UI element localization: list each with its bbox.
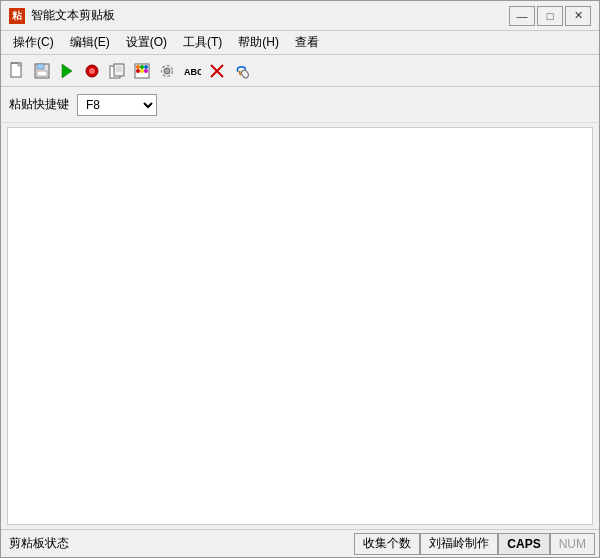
menu-bar: 操作(C) 编辑(E) 设置(O) 工具(T) 帮助(H) 查看 bbox=[1, 31, 599, 55]
author-badge: 刘福岭制作 bbox=[420, 533, 498, 555]
hotkey-label: 粘贴快捷键 bbox=[9, 96, 69, 113]
svg-rect-6 bbox=[37, 71, 47, 76]
svg-text:ABC: ABC bbox=[184, 67, 201, 77]
num-badge: NUM bbox=[550, 533, 595, 555]
toolbar-image-button[interactable] bbox=[130, 59, 154, 83]
toolbar-copy-button[interactable] bbox=[105, 59, 129, 83]
svg-point-16 bbox=[136, 65, 140, 69]
svg-point-18 bbox=[144, 65, 148, 69]
toolbar-close-button[interactable] bbox=[205, 59, 229, 83]
toolbar-link-button[interactable] bbox=[230, 59, 254, 83]
close-button[interactable]: ✕ bbox=[565, 6, 591, 26]
hotkey-select[interactable]: F8 F5 F6 F7 F9 F10 bbox=[77, 94, 157, 116]
maximize-button[interactable]: □ bbox=[537, 6, 563, 26]
svg-rect-5 bbox=[37, 64, 44, 69]
window-controls: — □ ✕ bbox=[509, 6, 591, 26]
svg-point-22 bbox=[164, 68, 170, 74]
title-bar: 粘 智能文本剪贴板 — □ ✕ bbox=[1, 1, 599, 31]
toolbar-save-button[interactable] bbox=[30, 59, 54, 83]
toolbar-text-button[interactable]: ABC bbox=[180, 59, 204, 83]
main-window: 粘 智能文本剪贴板 — □ ✕ 操作(C) 编辑(E) 设置(O) 工具(T) … bbox=[0, 0, 600, 558]
hotkey-row: 粘贴快捷键 F8 F5 F6 F7 F9 F10 bbox=[1, 87, 599, 123]
toolbar-new-button[interactable] bbox=[5, 59, 29, 83]
svg-marker-3 bbox=[18, 63, 21, 66]
status-left-text: 剪粘板状态 bbox=[5, 535, 354, 552]
window-title: 智能文本剪贴板 bbox=[31, 7, 509, 24]
menu-item-tools[interactable]: 工具(T) bbox=[175, 32, 230, 53]
main-content-area bbox=[7, 127, 593, 525]
svg-point-19 bbox=[136, 69, 140, 73]
status-right: 收集个数 刘福岭制作 CAPS NUM bbox=[354, 533, 595, 555]
status-bar: 剪粘板状态 收集个数 刘福岭制作 CAPS NUM bbox=[1, 529, 599, 557]
svg-point-20 bbox=[140, 69, 144, 73]
svg-point-9 bbox=[89, 68, 95, 74]
menu-item-edit[interactable]: 编辑(E) bbox=[62, 32, 118, 53]
menu-item-view[interactable]: 查看 bbox=[287, 32, 327, 53]
toolbar-play-button[interactable] bbox=[55, 59, 79, 83]
toolbar-record-button[interactable] bbox=[80, 59, 104, 83]
menu-item-settings[interactable]: 设置(O) bbox=[118, 32, 175, 53]
svg-marker-7 bbox=[62, 64, 72, 78]
toolbar-settings-button[interactable] bbox=[155, 59, 179, 83]
app-icon: 粘 bbox=[9, 8, 25, 24]
svg-rect-11 bbox=[114, 64, 124, 76]
caps-badge: CAPS bbox=[498, 533, 549, 555]
svg-point-17 bbox=[140, 65, 144, 69]
menu-item-help[interactable]: 帮助(H) bbox=[230, 32, 287, 53]
menu-item-operations[interactable]: 操作(C) bbox=[5, 32, 62, 53]
toolbar: ABC bbox=[1, 55, 599, 87]
svg-point-27 bbox=[240, 69, 249, 79]
collect-count-badge: 收集个数 bbox=[354, 533, 420, 555]
minimize-button[interactable]: — bbox=[509, 6, 535, 26]
svg-point-21 bbox=[144, 69, 148, 73]
